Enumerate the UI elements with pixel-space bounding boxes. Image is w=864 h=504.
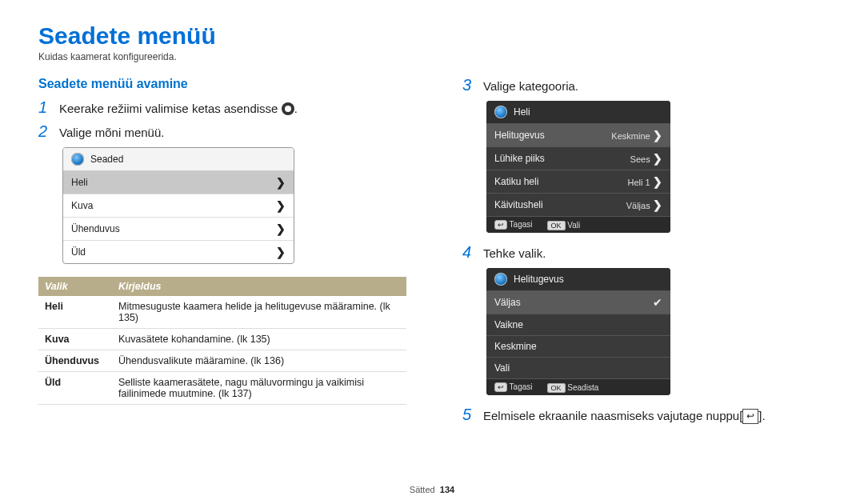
options-table: Valik Kirjeldus HeliMitmesuguste kaamera… bbox=[38, 277, 406, 405]
menu-label: Vali bbox=[494, 362, 510, 374]
step-number: 4 bbox=[462, 244, 477, 260]
ok-button[interactable]: OK bbox=[547, 383, 566, 393]
panel3-header: Helitugevus bbox=[514, 274, 564, 285]
menu-row[interactable]: Vali bbox=[486, 358, 670, 379]
page-title: Seadete menüü bbox=[38, 22, 826, 50]
panel1-header: Seaded bbox=[90, 154, 123, 165]
step-1: 1 Keerake režiimi valimise ketas asendis… bbox=[38, 99, 414, 117]
settings-icon bbox=[494, 106, 507, 118]
panel2-header: Heli bbox=[514, 106, 530, 118]
step-3: 3 Valige kategooria. bbox=[462, 77, 806, 94]
menu-label: Ühenduvus bbox=[71, 223, 120, 234]
table-row: ÜldSelliste kaamerasätete, nagu mäluvorm… bbox=[38, 372, 406, 405]
footer-section: Sätted bbox=[410, 485, 435, 494]
menu-row[interactable]: Käivitusheli Väljas ❯ bbox=[486, 194, 670, 217]
step-4: 4 Tehke valik. bbox=[462, 244, 806, 262]
chevron-right-icon: ❯ bbox=[653, 175, 662, 188]
settings-icon bbox=[71, 153, 84, 166]
step-2: 2 Valige mõni menüü. bbox=[38, 123, 414, 141]
menu-label: Väljas bbox=[494, 297, 521, 308]
menu-row[interactable]: Katiku heli Heli 1 ❯ bbox=[486, 170, 670, 194]
back-icon[interactable]: ↩ bbox=[494, 220, 507, 230]
chevron-right-icon: ❯ bbox=[276, 246, 286, 258]
back-icon[interactable]: ↩ bbox=[494, 382, 507, 392]
table-row: ÜhenduvusÜhendusvalikute määramine. (lk … bbox=[38, 350, 406, 372]
foot-ok-label: Seadista bbox=[567, 383, 598, 392]
ok-button[interactable]: OK bbox=[547, 221, 566, 230]
foot-back: Tagasi bbox=[510, 382, 533, 391]
section-title: Seadete menüü avamine bbox=[38, 77, 414, 91]
menu-label: Üld bbox=[71, 246, 86, 258]
foot-back: Tagasi bbox=[510, 220, 533, 229]
menu-label: Kuva bbox=[71, 200, 93, 211]
chevron-right-icon: ❯ bbox=[653, 129, 662, 142]
footer-page: 134 bbox=[440, 485, 454, 494]
step-1-text: Keerake režiimi valimise ketas asendisse bbox=[59, 102, 278, 115]
menu-label: Helitugevus bbox=[494, 130, 545, 141]
step-4-text: Tehke valik. bbox=[483, 245, 546, 262]
chevron-right-icon: ❯ bbox=[653, 198, 662, 211]
menu-row-uld[interactable]: Üld ❯ bbox=[63, 241, 294, 263]
gear-icon bbox=[282, 102, 294, 115]
step-5-text-b: ]. bbox=[758, 409, 765, 422]
chevron-right-icon: ❯ bbox=[276, 222, 286, 235]
step-1-end: . bbox=[294, 102, 298, 115]
page-subtitle: Kuidas kaamerat konfigureerida. bbox=[38, 51, 826, 62]
menu-row-heli[interactable]: Heli ❯ bbox=[63, 171, 294, 194]
chevron-right-icon: ❯ bbox=[276, 199, 286, 212]
step-number: 3 bbox=[462, 77, 477, 93]
menu-label: Käivitusheli bbox=[494, 199, 543, 210]
menu-row[interactable]: Väljas ✔ bbox=[486, 291, 670, 314]
menu-label: Lühike piiks bbox=[494, 153, 545, 164]
menu-value: Väljas bbox=[626, 201, 650, 210]
step-number: 1 bbox=[38, 99, 53, 115]
step-5-text-a: Eelmisele ekraanile naasmiseks vajutage … bbox=[483, 409, 742, 422]
menu-panel-settings: Seaded Heli ❯ Kuva ❯ Ühenduvus ❯ Üld ❯ bbox=[62, 147, 294, 264]
right-column: 3 Valige kategooria. Heli Helitugevus Ke… bbox=[462, 77, 806, 430]
table-row: KuvaKuvasätete kohandamine. (lk 135) bbox=[38, 329, 406, 350]
menu-label: Heli bbox=[71, 177, 88, 188]
foot-ok-label: Vali bbox=[567, 221, 580, 230]
step-3-text: Valige kategooria. bbox=[483, 78, 578, 94]
menu-row[interactable]: Keskmine bbox=[486, 336, 670, 358]
th-valik: Valik bbox=[38, 277, 112, 296]
menu-row[interactable]: Vaikne bbox=[486, 314, 670, 336]
menu-value: Heli 1 bbox=[628, 178, 650, 187]
menu-row-kuva[interactable]: Kuva ❯ bbox=[63, 194, 294, 218]
chevron-right-icon: ❯ bbox=[653, 152, 662, 165]
step-5: 5 Eelmisele ekraanile naasmiseks vajutag… bbox=[462, 406, 806, 424]
page-footer: Sätted 134 bbox=[0, 485, 864, 494]
settings-icon bbox=[494, 273, 507, 286]
left-column: Seadete menüü avamine 1 Keerake režiimi … bbox=[38, 77, 414, 430]
check-icon: ✔ bbox=[653, 296, 662, 309]
menu-label: Katiku heli bbox=[494, 176, 538, 187]
menu-row[interactable]: Lühike piiks Sees ❯ bbox=[486, 147, 670, 170]
menu-value: Sees bbox=[630, 154, 650, 164]
step-number: 2 bbox=[38, 123, 53, 139]
menu-value: Keskmine bbox=[611, 131, 650, 141]
table-row: HeliMitmesuguste kaamera helide ja helit… bbox=[38, 296, 406, 329]
th-kirjeldus: Kirjeldus bbox=[112, 277, 406, 296]
menu-row[interactable]: Helitugevus Keskmine ❯ bbox=[486, 124, 670, 147]
step-2-text: Valige mõni menüü. bbox=[59, 124, 164, 141]
chevron-right-icon: ❯ bbox=[276, 176, 286, 189]
menu-label: Vaikne bbox=[494, 319, 523, 330]
menu-row-uhenduvus[interactable]: Ühenduvus ❯ bbox=[63, 218, 294, 241]
step-number: 5 bbox=[462, 406, 477, 422]
back-button-icon: ↩ bbox=[742, 409, 758, 424]
menu-panel-helitugevus: Helitugevus Väljas ✔ Vaikne Keskmine Val… bbox=[486, 268, 670, 395]
menu-panel-heli: Heli Helitugevus Keskmine ❯ Lühike piiks… bbox=[486, 101, 670, 233]
menu-label: Keskmine bbox=[494, 341, 537, 352]
